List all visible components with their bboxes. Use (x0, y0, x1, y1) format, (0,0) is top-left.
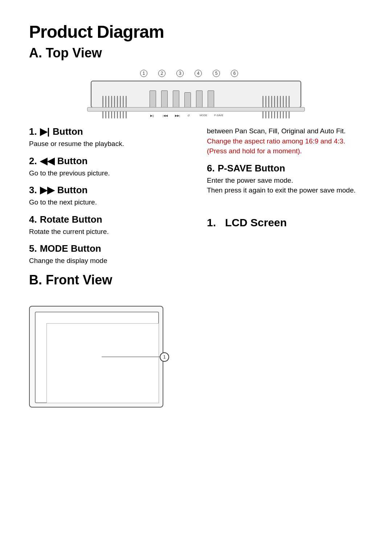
button-entry-4: 4. Rotate Button Rotate the current pict… (29, 214, 185, 237)
button-3-label: Button (57, 185, 88, 196)
button-3-desc: Go to the next picture. (29, 197, 185, 207)
frame-inner-bezel (35, 312, 159, 403)
button-6-number: 6. (207, 163, 215, 174)
button-4-desc: Rotate the current picture. (29, 227, 185, 237)
mode-desc-red: Change the aspect ratio among 16:9 and 4… (207, 136, 363, 156)
callout-line (102, 357, 160, 357)
top-view-diagram: 1 2 3 4 5 6 (29, 68, 363, 115)
button-4-number: 4. (29, 214, 37, 225)
button-entry-2: 2. ◀◀ Button Go to the previous picture. (29, 155, 185, 178)
button-6-label: P-SAVE Button (218, 163, 285, 174)
mode-continuation: between Pan Scan, Fill, Original and Aut… (207, 126, 363, 156)
button-4-heading: 4. Rotate Button (29, 214, 185, 225)
front-view-content: 1 (29, 306, 363, 411)
callout-container: 1 (102, 357, 174, 357)
next-icon: ▶▶ (40, 185, 54, 196)
section-a-title: A. Top View (29, 45, 363, 61)
lcd-label: LCD Screen (225, 216, 287, 228)
num-label-3: 3 (176, 70, 184, 77)
button-1-desc: Pause or resume the playback. (29, 139, 185, 149)
right-column: between Pan Scan, Fill, Original and Aut… (207, 126, 363, 295)
front-view-section: 1 (29, 306, 363, 411)
button-entry-6: 6. P-SAVE Button Enter the power save mo… (207, 163, 363, 195)
section-b-title: B. Front View (29, 272, 185, 288)
button-5-desc: Change the display mode (29, 256, 185, 266)
icon-label-3: ▶▶| (175, 114, 184, 117)
button-entry-3: 3. ▶▶ Button Go to the next picture. (29, 185, 185, 207)
num-label-1: 1 (140, 70, 147, 77)
button-1-label: Button (53, 126, 83, 137)
button-2-desc: Go to the previous picture. (29, 168, 185, 178)
button-2-heading: 2. ◀◀ Button (29, 155, 185, 167)
icon-label-4: ↺ (187, 114, 196, 117)
icon-labels-row: ▶|| |◀◀ ▶▶| ↺ MODE P-SAVE (150, 114, 227, 117)
button-5-label: MODE Button (40, 243, 101, 254)
button-1-heading: 1. ▶| Button (29, 126, 185, 137)
num-label-5: 5 (213, 70, 220, 77)
button-2-number: 2. (29, 155, 37, 167)
icon-label-2: |◀◀ (163, 114, 171, 117)
lcd-number: 1. (207, 216, 216, 228)
num-label-6: 6 (231, 70, 238, 77)
button-2-label: Button (57, 155, 88, 167)
button-6-desc-1: Enter the power save mode. (207, 175, 363, 186)
button-descriptions: 1. ▶| Button Pause or resume the playbac… (29, 126, 363, 295)
page-title: Product Diagram (29, 22, 363, 42)
play-pause-icon: ▶| (40, 126, 50, 137)
button-4-label: Rotate Button (40, 214, 102, 225)
button-3-heading: 3. ▶▶ Button (29, 185, 185, 196)
button-number-labels: 1 2 3 4 5 6 (140, 70, 238, 77)
prev-icon: ◀◀ (40, 155, 54, 167)
left-column: 1. ▶| Button Pause or resume the playbac… (29, 126, 185, 295)
icon-label-1: ▶|| (150, 114, 159, 117)
button-5-heading: 5. MODE Button (29, 243, 185, 254)
lcd-label-section: 1. LCD Screen (207, 202, 363, 229)
icon-label-5: MODE (200, 114, 211, 117)
button-6-desc-2: Then press it again to exit the power sa… (207, 185, 363, 195)
button-5-number: 5. (29, 243, 37, 254)
mode-desc-normal: between Pan Scan, Fill, Original and Aut… (207, 126, 363, 136)
num-label-4: 4 (195, 70, 202, 77)
button-entry-1: 1. ▶| Button Pause or resume the playbac… (29, 126, 185, 149)
button-1-number: 1. (29, 126, 37, 137)
front-view-diagram: 1 (29, 306, 167, 411)
lcd-heading: 1. LCD Screen (207, 216, 363, 229)
icon-label-6: P-SAVE (214, 114, 227, 117)
screen-area (46, 323, 159, 403)
button-entry-5: 5. MODE Button Change the display mode (29, 243, 185, 266)
button-3-number: 3. (29, 185, 37, 196)
device-body: ▶|| |◀◀ ▶▶| ↺ MODE P-SAVE (91, 81, 301, 108)
callout-circle: 1 (160, 352, 169, 362)
button-6-heading: 6. P-SAVE Button (207, 163, 363, 174)
num-label-2: 2 (158, 70, 166, 77)
device-bottom-bar (87, 107, 305, 112)
